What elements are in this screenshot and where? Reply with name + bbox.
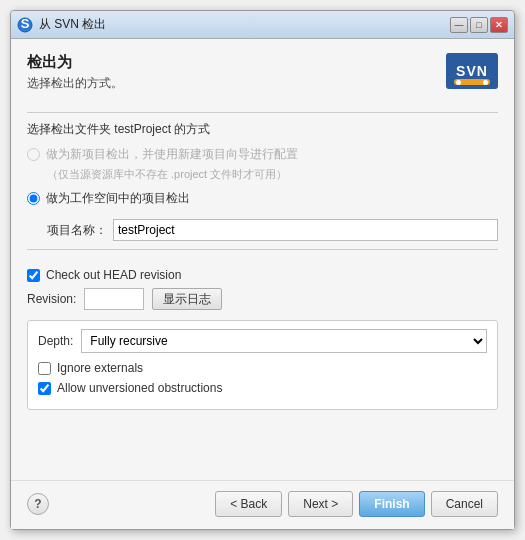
help-button[interactable]: ? xyxy=(27,493,49,515)
radio-new-project[interactable] xyxy=(27,148,40,161)
page-subtitle: 选择检出的方式。 xyxy=(27,75,123,92)
restore-button[interactable]: □ xyxy=(470,17,488,33)
radio-new-project-label: 做为新项目检出，并使用新建项目向导进行配置 xyxy=(46,146,298,163)
window-icon: S xyxy=(17,17,33,33)
checkout-section: Check out HEAD revision Revision: 显示日志 xyxy=(27,268,498,320)
option1-note: （仅当源资源库中不存在 .project 文件时才可用） xyxy=(47,167,498,182)
project-name-label: 项目名称： xyxy=(47,222,107,239)
cancel-button[interactable]: Cancel xyxy=(431,491,498,517)
header-section: 检出为 选择检出的方式。 SVN xyxy=(27,53,498,92)
svn-logo-text: SVN xyxy=(456,63,488,79)
head-revision-checkbox[interactable] xyxy=(27,269,40,282)
project-name-input[interactable] xyxy=(113,219,498,241)
dialog-footer: ? < Back Next > Finish Cancel xyxy=(11,480,514,529)
revision-label: Revision: xyxy=(27,292,76,306)
footer-right: < Back Next > Finish Cancel xyxy=(215,491,498,517)
next-button[interactable]: Next > xyxy=(288,491,353,517)
divider-top xyxy=(27,112,498,113)
dialog-content: 检出为 选择检出的方式。 SVN 选择检出文件夹 testProject 的方式… xyxy=(11,39,514,480)
radio-workspace-project[interactable] xyxy=(27,192,40,205)
window-controls: — □ ✕ xyxy=(450,17,508,33)
window-title: 从 SVN 检出 xyxy=(39,16,450,33)
svn-logo-connector xyxy=(454,79,490,85)
header-text: 检出为 选择检出的方式。 xyxy=(27,53,123,92)
main-window: S 从 SVN 检出 — □ ✕ 检出为 选择检出的方式。 SVN xyxy=(10,10,515,530)
depth-select[interactable]: Fully recursive Immediate children Only … xyxy=(81,329,487,353)
svg-text:S: S xyxy=(21,17,30,31)
head-revision-row: Check out HEAD revision xyxy=(27,268,498,282)
ignore-externals-label: Ignore externals xyxy=(57,361,143,375)
minimize-button[interactable]: — xyxy=(450,17,468,33)
depth-section: Depth: Fully recursive Immediate childre… xyxy=(27,320,498,410)
head-revision-label: Check out HEAD revision xyxy=(46,268,181,282)
footer-left: ? xyxy=(27,493,49,515)
radio-option-1: 做为新项目检出，并使用新建项目向导进行配置 xyxy=(27,146,498,163)
ignore-externals-row: Ignore externals xyxy=(38,361,487,375)
close-button[interactable]: ✕ xyxy=(490,17,508,33)
svn-logo: SVN xyxy=(446,53,498,89)
revision-row: Revision: 显示日志 xyxy=(27,288,498,310)
checkout-options: 做为新项目检出，并使用新建项目向导进行配置 （仅当源资源库中不存在 .proje… xyxy=(27,146,498,207)
revision-input[interactable] xyxy=(84,288,144,310)
show-log-button[interactable]: 显示日志 xyxy=(152,288,222,310)
radio-option-2: 做为工作空间中的项目检出 xyxy=(27,190,498,207)
section-title: 选择检出文件夹 testProject 的方式 xyxy=(27,121,498,138)
page-title: 检出为 xyxy=(27,53,123,72)
svn-dot-left xyxy=(456,80,461,85)
svn-dot-right xyxy=(483,80,488,85)
back-button[interactable]: < Back xyxy=(215,491,282,517)
allow-unversioned-label: Allow unversioned obstructions xyxy=(57,381,222,395)
allow-unversioned-checkbox[interactable] xyxy=(38,382,51,395)
ignore-externals-checkbox[interactable] xyxy=(38,362,51,375)
radio-workspace-project-label: 做为工作空间中的项目检出 xyxy=(46,190,190,207)
title-bar: S 从 SVN 检出 — □ ✕ xyxy=(11,11,514,39)
depth-label: Depth: xyxy=(38,334,73,348)
finish-button[interactable]: Finish xyxy=(359,491,424,517)
project-name-row: 项目名称： xyxy=(47,219,498,241)
allow-unversioned-row: Allow unversioned obstructions xyxy=(38,381,487,395)
depth-row: Depth: Fully recursive Immediate childre… xyxy=(38,329,487,353)
divider-middle xyxy=(27,249,498,250)
